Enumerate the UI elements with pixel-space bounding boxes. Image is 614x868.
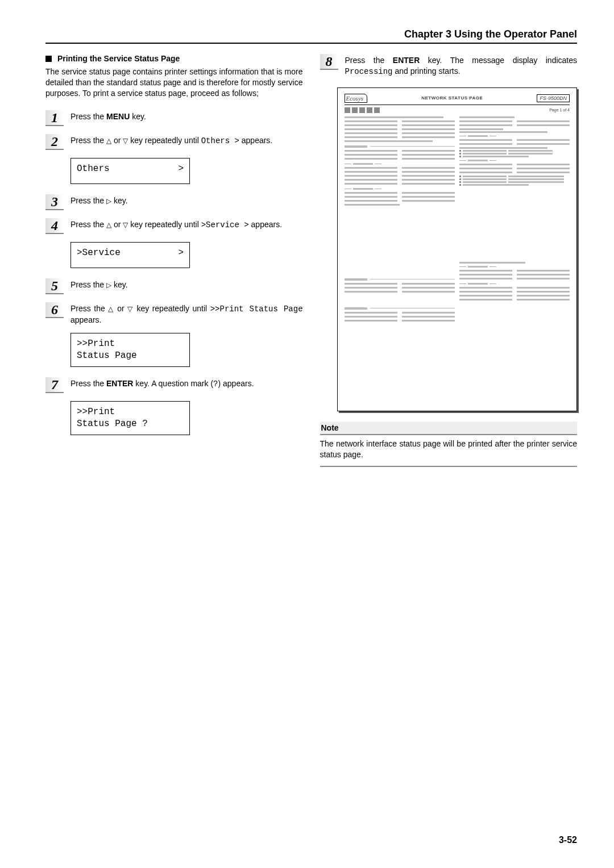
- step-number-box: 3: [45, 194, 64, 210]
- lcd-line2: Status Page ?: [77, 418, 184, 430]
- note-body: The network interface status page will b…: [320, 439, 578, 460]
- step-5: 5 Press the ▷ key.: [45, 278, 303, 294]
- step-number: 2: [51, 135, 58, 148]
- code-text: Others >: [201, 136, 239, 145]
- step-text: Press the △ or ▽ key repeatedly until >S…: [70, 218, 303, 234]
- triangle-up-icon: △: [106, 221, 111, 229]
- code-text: Processing: [345, 67, 393, 76]
- lcd-arrow: >: [178, 163, 184, 175]
- step-6: 6 Press the △ or ▽ key repeatedly until …: [45, 302, 303, 326]
- step-7: 7 Press the ENTER key. A question mark (…: [45, 377, 303, 393]
- lcd-display: >>Print Status Page ?: [70, 401, 190, 435]
- square-bullet-icon: [45, 56, 52, 62]
- step-number-box: 6: [45, 302, 64, 318]
- triangle-up-icon: △: [108, 305, 114, 313]
- step-text: Press the ▷ key.: [70, 278, 303, 294]
- step-number: 3: [51, 195, 58, 208]
- net-page-body: [345, 115, 570, 323]
- step-text: Press the △ or ▽ key repeatedly until >>…: [70, 302, 303, 326]
- lcd-line1: Others: [77, 163, 110, 175]
- step-number: 8: [326, 55, 333, 68]
- enter-key: ENTER: [393, 56, 420, 65]
- lcd-line1: >>Print: [77, 338, 184, 350]
- code-text: >>Print Status Page: [210, 304, 303, 314]
- right-column: 8 Press the ENTER key. The message displ…: [320, 54, 578, 467]
- step-text: Press the △ or ▽ key repeatedly until Ot…: [70, 134, 303, 150]
- content-columns: Printing the Service Status Page The ser…: [45, 54, 577, 467]
- triangle-down-icon: ▽: [123, 221, 128, 229]
- menu-key: MENU: [106, 112, 130, 121]
- note-heading: Note: [320, 422, 578, 435]
- step-number-box: 7: [45, 377, 64, 393]
- triangle-down-icon: ▽: [123, 137, 128, 145]
- lcd-line1: >>Print: [77, 406, 184, 418]
- lcd-arrow: >: [178, 247, 184, 259]
- step-text: Press the ENTER key. The message display…: [345, 54, 578, 77]
- note-divider: [320, 466, 578, 467]
- page-number: 3-52: [559, 835, 577, 845]
- section-heading: Printing the Service Status Page: [45, 54, 303, 63]
- step-number-box: 8: [320, 54, 338, 70]
- step-text: Press the MENU key.: [70, 110, 303, 126]
- step-number: 6: [51, 303, 58, 316]
- step-number: 7: [51, 378, 58, 391]
- ecosys-logo: Ecosys: [345, 94, 368, 103]
- code-text: >Service >: [201, 220, 249, 229]
- page-header: Chapter 3 Using the Operator Panel: [45, 28, 577, 44]
- net-page-title: NETWORK STATUS PAGE: [421, 95, 483, 101]
- step-2: 2 Press the △ or ▽ key repeatedly until …: [45, 134, 303, 150]
- step-text: Press the ▷ key.: [70, 194, 303, 210]
- step-number-box: 1: [45, 110, 64, 126]
- chapter-title: Chapter 3 Using the Operator Panel: [404, 28, 577, 40]
- triangle-right-icon: ▷: [106, 281, 111, 289]
- step-text: Press the ENTER key. A question mark (?)…: [70, 377, 303, 393]
- step-4: 4 Press the △ or ▽ key repeatedly until …: [45, 218, 303, 234]
- step-number: 4: [51, 219, 58, 232]
- step-number-box: 5: [45, 278, 64, 294]
- lcd-line2: Status Page: [77, 350, 184, 362]
- step-number: 1: [51, 111, 58, 124]
- section-heading-text: Printing the Service Status Page: [57, 54, 180, 63]
- step-3: 3 Press the ▷ key.: [45, 194, 303, 210]
- left-column: Printing the Service Status Page The ser…: [45, 54, 303, 467]
- step-number-box: 2: [45, 134, 64, 150]
- triangle-down-icon: ▽: [127, 305, 134, 313]
- network-status-page-figure: Ecosys NETWORK STATUS PAGE FS-9500DN Pag…: [337, 87, 578, 411]
- lcd-line1: >Service: [77, 247, 121, 259]
- enter-key: ENTER: [106, 379, 133, 388]
- lcd-display: >Service>: [70, 242, 190, 268]
- step-8: 8 Press the ENTER key. The message displ…: [320, 54, 578, 77]
- intro-paragraph: The service status page contains printer…: [45, 66, 303, 99]
- step-number: 5: [51, 279, 58, 293]
- lcd-display: >>Print Status Page: [70, 333, 190, 367]
- net-page-header: Ecosys NETWORK STATUS PAGE FS-9500DN: [345, 94, 570, 105]
- step-number-box: 4: [45, 218, 64, 234]
- triangle-up-icon: △: [106, 137, 111, 145]
- lcd-display: Others>: [70, 158, 190, 184]
- step-1: 1 Press the MENU key.: [45, 110, 303, 126]
- printer-model: FS-9500DN: [537, 94, 570, 102]
- triangle-right-icon: ▷: [106, 197, 111, 205]
